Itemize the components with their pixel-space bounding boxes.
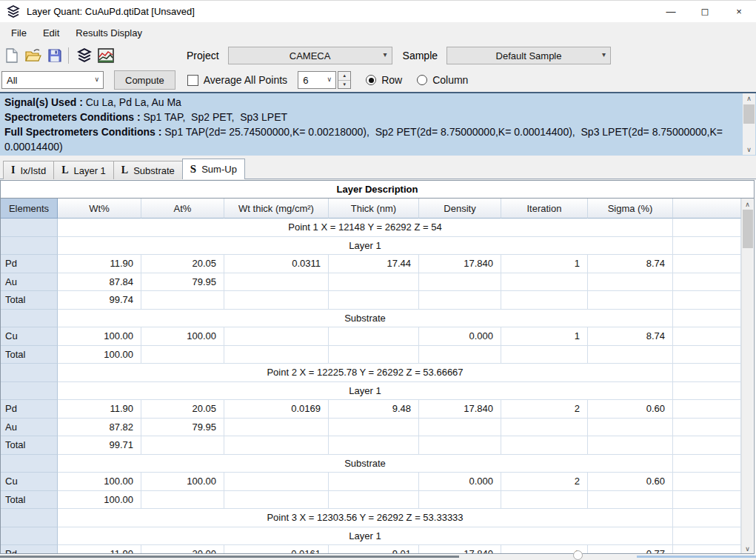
value-cell[interactable] [501,419,588,437]
cell[interactable] [673,273,741,292]
value-cell[interactable] [141,291,224,310]
value-cell[interactable] [329,419,419,437]
element-cell[interactable]: Total [1,491,58,510]
tab-substrate[interactable]: L Substrate [113,161,183,179]
cell[interactable] [673,237,741,256]
menu-results-display[interactable]: Results Display [67,22,150,43]
value-cell[interactable]: 100.00 [58,327,141,346]
value-cell[interactable]: 0.77 [588,545,673,554]
cell[interactable] [673,346,741,364]
column-header[interactable] [673,199,741,219]
scroll-down-icon[interactable]: ∨ [743,144,755,155]
horizontal-scrollbar[interactable] [0,555,756,560]
section-label-cell[interactable]: Layer 1 [58,382,673,401]
value-cell[interactable] [224,436,329,455]
filter-combobox[interactable]: All ∨ [1,71,104,89]
value-cell[interactable]: 20.05 [141,255,224,273]
value-cell[interactable] [501,291,588,310]
row-header-cell[interactable] [1,310,58,328]
scrollbar-thumb[interactable] [743,104,755,124]
value-cell[interactable] [329,473,419,491]
value-cell[interactable]: 0.60 [588,400,673,419]
results-chart-button[interactable] [96,46,116,65]
value-cell[interactable]: 0.0311 [224,255,329,273]
cell[interactable] [673,219,741,237]
value-cell[interactable]: 1 [501,255,588,273]
value-cell[interactable]: 17.840 [419,400,501,419]
section-label-cell[interactable]: Point 3 X = 12303.56 Y = 26292 Z = 53.33… [58,509,673,527]
value-cell[interactable]: 17.840 [419,545,501,554]
column-header[interactable]: Elements [1,199,58,219]
column-header[interactable]: Iteration [501,199,588,219]
value-cell[interactable]: 87.82 [58,419,141,437]
value-cell[interactable]: 79.95 [141,273,224,292]
value-cell[interactable] [588,346,673,364]
tab-ix-istd[interactable]: I Ix/Istd [3,161,54,179]
value-cell[interactable] [329,291,419,310]
row-header-cell[interactable] [1,382,58,401]
scroll-up-icon[interactable]: ∧ [742,199,753,210]
row-header-cell[interactable] [1,219,58,237]
tab-sum-up[interactable]: S Sum-Up [182,159,245,179]
minimize-button[interactable]: — [654,1,688,23]
value-cell[interactable] [141,491,224,510]
value-cell[interactable] [329,273,419,292]
table-scrollbar[interactable]: ∧ ∨ [741,199,753,554]
value-cell[interactable]: 17.44 [329,255,419,273]
cell[interactable] [673,509,741,527]
row-header-cell[interactable] [1,455,58,473]
section-label-cell[interactable]: Layer 1 [58,527,673,546]
value-cell[interactable] [501,491,588,510]
value-cell[interactable]: 100.00 [58,491,141,510]
value-cell[interactable] [419,291,501,310]
close-button[interactable]: × [722,1,756,23]
menu-edit[interactable]: Edit [35,22,67,43]
row-radio[interactable] [366,75,376,85]
value-cell[interactable] [501,346,588,364]
value-cell[interactable] [224,273,329,292]
sample-combobox[interactable]: Default Sample ▾ [446,47,611,64]
value-cell[interactable] [224,327,329,346]
value-cell[interactable]: 0.000 [419,473,501,491]
value-cell[interactable] [419,419,501,437]
column-header[interactable]: Density [419,199,501,219]
section-label-cell[interactable]: Point 2 X = 12225.78 Y = 26292 Z = 53.66… [58,364,673,382]
cell[interactable] [673,310,741,328]
value-cell[interactable]: 8.74 [588,255,673,273]
value-cell[interactable] [224,473,329,491]
value-cell[interactable]: 20.05 [141,400,224,419]
value-cell[interactable] [329,436,419,455]
value-cell[interactable]: 0.60 [588,473,673,491]
value-cell[interactable] [141,436,224,455]
element-cell[interactable]: Pd [1,400,58,419]
column-radio[interactable] [417,75,427,85]
element-cell[interactable]: Au [1,419,58,437]
value-cell[interactable] [588,436,673,455]
value-cell[interactable] [224,291,329,310]
value-cell[interactable] [329,491,419,510]
value-cell[interactable]: 8.74 [588,327,673,346]
row-header-cell[interactable] [1,509,58,527]
cell[interactable] [673,545,741,554]
value-cell[interactable]: 100.00 [58,473,141,491]
new-file-button[interactable] [2,46,21,65]
value-cell[interactable] [419,491,501,510]
value-cell[interactable] [224,346,329,364]
column-header[interactable]: Thick (nm) [329,199,419,219]
open-file-button[interactable] [24,46,43,65]
spinner-down-button[interactable]: ▼ [338,81,350,89]
row-header-cell[interactable] [1,527,58,546]
value-cell[interactable]: 0.0161 [224,545,329,554]
cell[interactable] [673,327,741,346]
info-panel-scrollbar[interactable]: ∧ ∨ [743,93,755,155]
value-cell[interactable]: 0.000 [419,327,501,346]
value-cell[interactable]: 11.90 [58,545,141,554]
section-label-cell[interactable]: Point 1 X = 12148 Y = 26292 Z = 54 [58,219,673,237]
column-header[interactable]: Sigma (%) [588,199,673,219]
element-cell[interactable]: Pd [1,545,58,554]
element-cell[interactable]: Au [1,273,58,292]
value-cell[interactable]: 11.90 [58,255,141,273]
value-cell[interactable]: 99.74 [58,291,141,310]
value-cell[interactable]: 100.00 [58,346,141,364]
column-header[interactable]: At% [141,199,224,219]
